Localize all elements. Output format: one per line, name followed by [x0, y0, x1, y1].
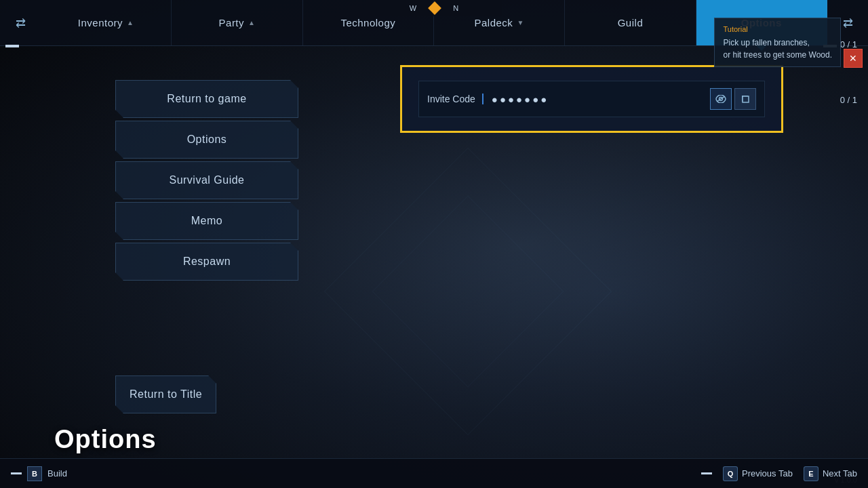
compass-north: N — [453, 4, 458, 12]
build-label: Build — [47, 468, 67, 479]
counter-top-right: 0 / 1 — [840, 39, 857, 49]
eye-icon — [715, 95, 726, 103]
bottom-bar: B Build Q Previous Tab E Next Tab — [0, 458, 868, 488]
tab-arrow: ▲ — [127, 19, 134, 26]
respawn-button[interactable]: Respawn — [115, 243, 298, 281]
invite-icons — [710, 88, 756, 110]
tutorial-line2: or hit trees to get some Wood. — [723, 49, 832, 61]
return-to-title-button[interactable]: Return to Title — [115, 375, 216, 413]
options-button[interactable]: Options — [115, 121, 298, 159]
next-tab-button[interactable]: E Next Tab — [804, 466, 857, 481]
bottom-right: Q Previous Tab E Next Tab — [701, 466, 857, 481]
copy-icon — [741, 94, 750, 104]
build-key-icon: B — [27, 466, 42, 481]
tutorial-box: Tutorial Pick up fallen branches, or hit… — [714, 18, 841, 67]
tutorial-line1: Pick up fallen branches, — [723, 37, 832, 49]
page-title: Options — [54, 425, 157, 454]
svg-rect-2 — [743, 96, 749, 102]
bottom-minimize-left[interactable] — [11, 472, 22, 474]
return-title-container: Return to Title — [115, 375, 298, 413]
tab-inventory[interactable]: Inventory ▲ — [41, 0, 172, 45]
bottom-minimize-right[interactable] — [701, 472, 712, 474]
minimize-top-left[interactable] — [5, 45, 19, 47]
tab-arrow: ▼ — [517, 19, 524, 26]
tab-party[interactable]: Party ▲ — [172, 0, 302, 45]
copy-button[interactable] — [734, 88, 756, 110]
tab-guild[interactable]: Guild — [565, 0, 696, 45]
invite-label: Invite Code — [427, 94, 484, 104]
left-menu: Return to game Options Survival Guide Me… — [115, 80, 298, 281]
nav-swap-button[interactable]: ⇄ — [0, 0, 41, 45]
compass-bar: W N — [366, 0, 502, 16]
invite-row: Invite Code ●●●●●●● — [418, 81, 765, 117]
main-content: Return to game Options Survival Guide Me… — [0, 46, 868, 488]
build-button[interactable]: B Build — [27, 466, 67, 481]
previous-tab-button[interactable]: Q Previous Tab — [723, 466, 793, 481]
return-to-game-button[interactable]: Return to game — [115, 80, 298, 118]
tutorial-label: Tutorial — [723, 24, 832, 35]
next-tab-label: Next Tab — [823, 468, 857, 479]
toggle-visibility-button[interactable] — [710, 88, 732, 110]
compass-west: W — [410, 4, 416, 12]
compass-diamond — [428, 1, 441, 15]
prev-tab-key-icon: Q — [723, 466, 738, 481]
close-button[interactable]: ✕ — [844, 49, 863, 68]
bottom-left: B Build — [11, 466, 67, 481]
prev-tab-label: Previous Tab — [742, 468, 793, 479]
invite-value: ●●●●●●● — [492, 94, 702, 105]
counter-mid-right: 0 / 1 — [840, 95, 857, 105]
tab-arrow: ▲ — [248, 19, 255, 26]
next-tab-key-icon: E — [804, 466, 818, 481]
invite-panel: Invite Code ●●●●●●● — [400, 65, 783, 133]
memo-button[interactable]: Memo — [115, 202, 298, 240]
survival-guide-button[interactable]: Survival Guide — [115, 161, 298, 199]
